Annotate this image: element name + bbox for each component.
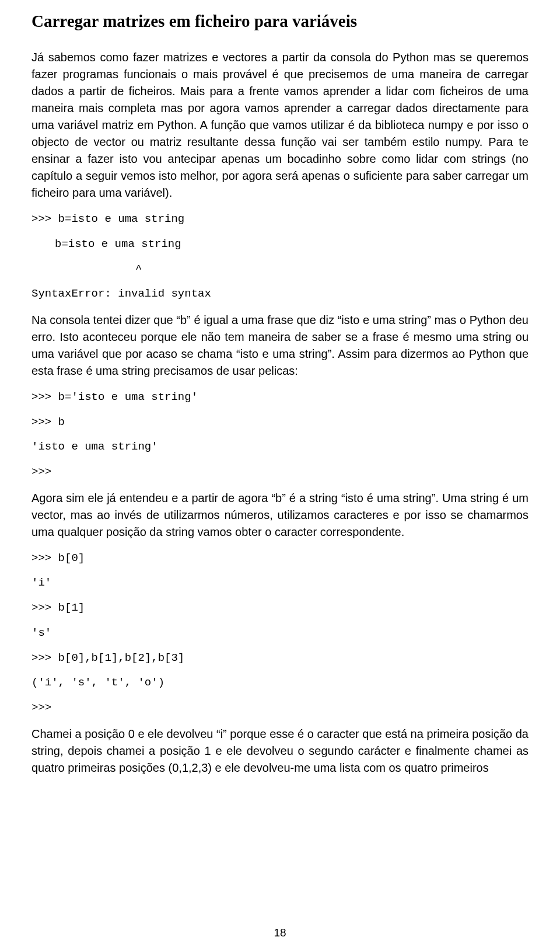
code-line: >>> b[0],b[1],b[2],b[3] bbox=[32, 651, 528, 666]
code-line: >>> b=isto e uma string bbox=[32, 212, 528, 227]
code-line: >>> b[1] bbox=[32, 601, 528, 615]
code-line: >>> b[0] bbox=[32, 551, 528, 566]
document-page: Carregar matrizes em ficheiro para variá… bbox=[0, 0, 560, 944]
code-line: ('i', 's', 't', 'o') bbox=[32, 675, 528, 690]
code-line: 'i' bbox=[32, 576, 528, 590]
code-block-indexing: >>> b[0] 'i' >>> b[1] 's' >>> b[0],b[1],… bbox=[32, 551, 528, 715]
code-line: >>> bbox=[32, 701, 528, 715]
code-block-string-assign: >>> b='isto e uma string' >>> b 'isto e … bbox=[32, 390, 528, 479]
code-line: >>> bbox=[32, 465, 528, 479]
paragraph-explanation-2: Agora sim ele já entendeu e a partir de … bbox=[32, 490, 528, 541]
paragraph-explanation-1: Na consola tentei dizer que “b” é igual … bbox=[32, 312, 528, 379]
code-line: >>> b='isto e uma string' bbox=[32, 390, 528, 405]
code-line: 'isto e uma string' bbox=[32, 440, 528, 454]
code-line-error: SyntaxError: invalid syntax bbox=[32, 287, 528, 301]
paragraph-intro: Já sabemos como fazer matrizes e vectore… bbox=[32, 49, 528, 201]
paragraph-explanation-3: Chamei a posição 0 e ele devolveu “i” po… bbox=[32, 726, 528, 776]
code-block-syntax-error: >>> b=isto e uma string b=isto e uma str… bbox=[32, 212, 528, 301]
code-line-caret: ^ bbox=[32, 262, 528, 277]
code-line: >>> b bbox=[32, 415, 528, 430]
code-line: b=isto e uma string bbox=[32, 237, 528, 252]
page-number: 18 bbox=[0, 926, 560, 939]
code-line: 's' bbox=[32, 626, 528, 640]
section-heading: Carregar matrizes em ficheiro para variá… bbox=[32, 11, 528, 32]
